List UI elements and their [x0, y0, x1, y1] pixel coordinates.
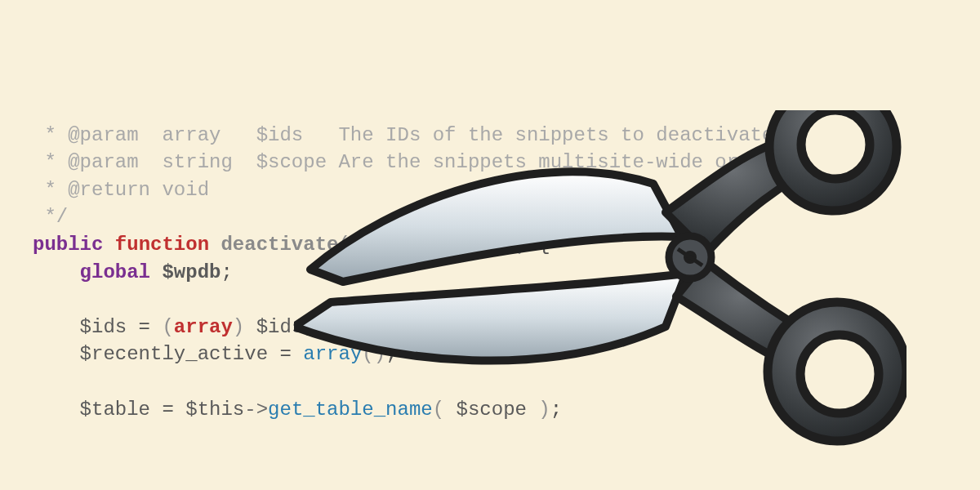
doc-comment-line-3: * @return void [33, 179, 209, 201]
doc-comment-end: */ [33, 206, 68, 228]
code-line-global: global $wpdb; [33, 261, 233, 283]
code-line-cast: $ids = (array) $ids; [33, 316, 315, 338]
php-code-block: * @param array $ids The IDs of the snipp… [33, 94, 868, 423]
code-line-table: $table = $this->get_table_name( $scope )… [33, 399, 562, 421]
doc-comment-line-1: * @param array $ids The IDs of the snipp… [33, 124, 773, 146]
code-line-signature: public function deactivate( $ids, $scope… [33, 234, 550, 256]
doc-comment-line-2: * @param string $scope Are the snippets … [33, 151, 868, 173]
code-line-array-init: $recently_active = array(); [33, 343, 398, 365]
